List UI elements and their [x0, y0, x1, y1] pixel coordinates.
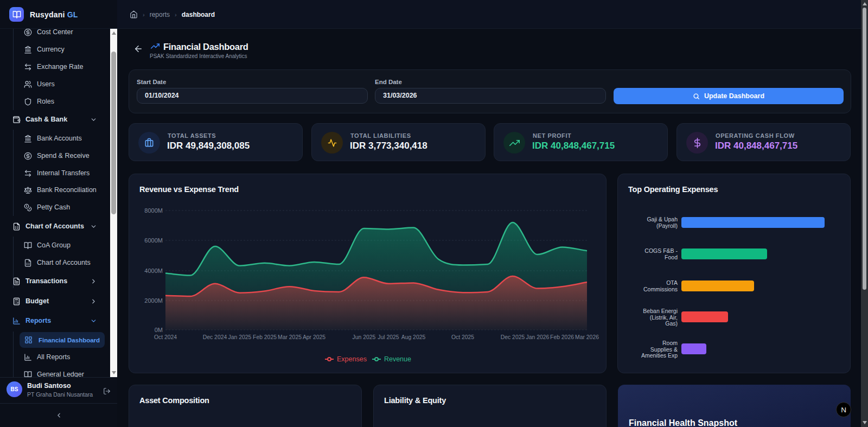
svg-text:2000M: 2000M: [144, 297, 163, 304]
svg-text:Dec 2024: Dec 2024: [203, 334, 227, 340]
svg-text:Dec 2025: Dec 2025: [501, 334, 525, 340]
svg-text:8000M: 8000M: [144, 207, 163, 214]
svg-text:6000M: 6000M: [144, 237, 163, 244]
svg-text:Mar 2025: Mar 2025: [278, 334, 302, 340]
svg-text:Oct 2025: Oct 2025: [451, 334, 474, 340]
svg-text:Feb 2026: Feb 2026: [550, 334, 574, 340]
svg-text:Jul 2025: Jul 2025: [378, 334, 399, 340]
svg-text:Jan 2026: Jan 2026: [526, 334, 550, 340]
svg-text:Jun 2025: Jun 2025: [353, 334, 376, 340]
svg-text:0M: 0M: [155, 327, 163, 333]
svg-text:4000M: 4000M: [144, 267, 163, 274]
svg-text:Aug 2025: Aug 2025: [401, 334, 426, 340]
svg-text:Apr 2025: Apr 2025: [303, 334, 326, 340]
svg-text:Oct 2024: Oct 2024: [154, 334, 177, 340]
svg-text:Mar 2026: Mar 2026: [575, 334, 599, 340]
svg-text:Feb 2025: Feb 2025: [253, 334, 277, 340]
svg-text:Jan 2025: Jan 2025: [228, 334, 252, 340]
